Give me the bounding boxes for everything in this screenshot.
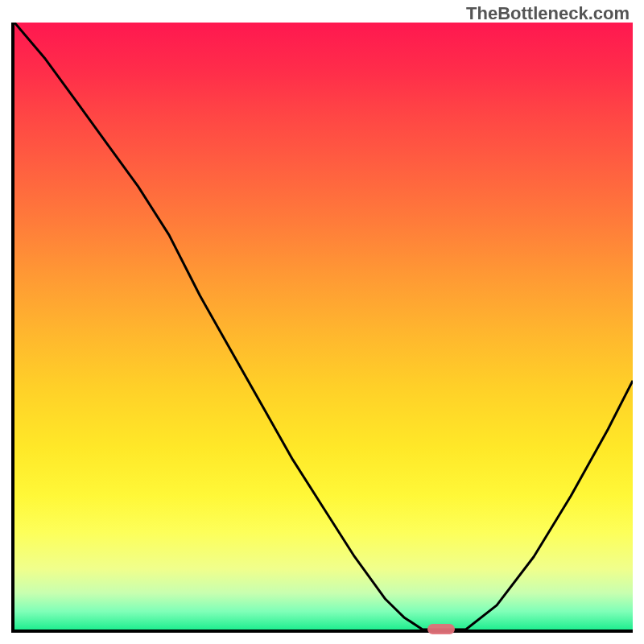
- chart-plot-area: [11, 23, 633, 633]
- watermark-text: TheBottleneck.com: [466, 3, 630, 24]
- chart-background-gradient: [14, 23, 633, 630]
- optimal-point-marker: [427, 624, 455, 634]
